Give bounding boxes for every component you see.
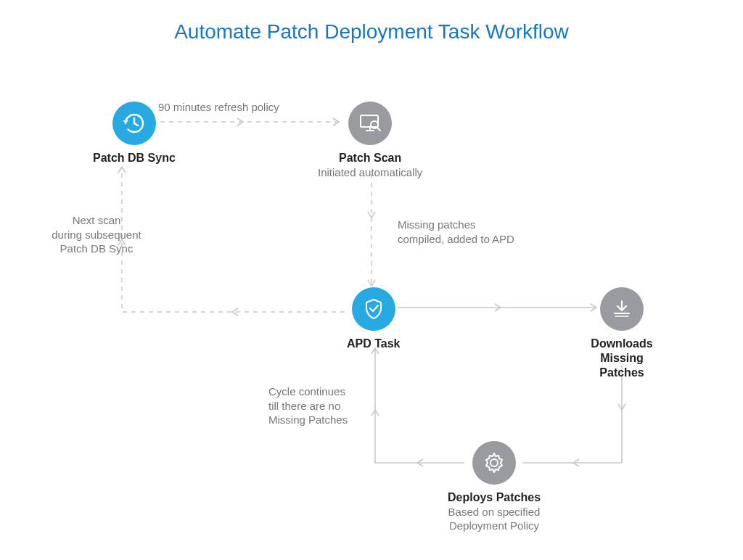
node-title: Patch DB Sync [93, 151, 176, 165]
monitor-search-icon [348, 102, 392, 145]
node-downloads: Downloads Missing Patches [578, 287, 666, 380]
node-subtitle: Based on specified Deployment Policy [448, 506, 541, 533]
edge-label-missing: Missing patches compiled, added to APD [398, 218, 514, 246]
node-apd-task: APD Task [347, 287, 401, 351]
edge-label-next-scan: Next scan during subsequent Patch DB Syn… [42, 213, 151, 256]
gear-icon [472, 441, 516, 485]
node-patch-scan: Patch Scan Initiated automatically [318, 102, 422, 180]
diagram-title: Automate Patch Deployment Task Workflow [0, 20, 743, 44]
svg-point-9 [490, 459, 498, 466]
node-deploys: Deploys Patches Based on specified Deplo… [440, 441, 549, 533]
edge-label-cycle: Cycle continues till there are no Missin… [268, 384, 348, 427]
download-icon [600, 287, 644, 331]
history-clock-icon [112, 102, 156, 145]
node-title: Downloads Missing Patches [578, 337, 666, 380]
connectors [0, 0, 743, 560]
shield-check-icon [352, 287, 395, 331]
node-title: APD Task [347, 337, 401, 351]
node-subtitle: Initiated automatically [318, 166, 422, 180]
edge-label-refresh: 90 minutes refresh policy [158, 100, 279, 115]
node-title: Patch Scan [339, 151, 401, 165]
svg-line-7 [377, 128, 380, 131]
node-title: Deploys Patches [448, 490, 541, 505]
